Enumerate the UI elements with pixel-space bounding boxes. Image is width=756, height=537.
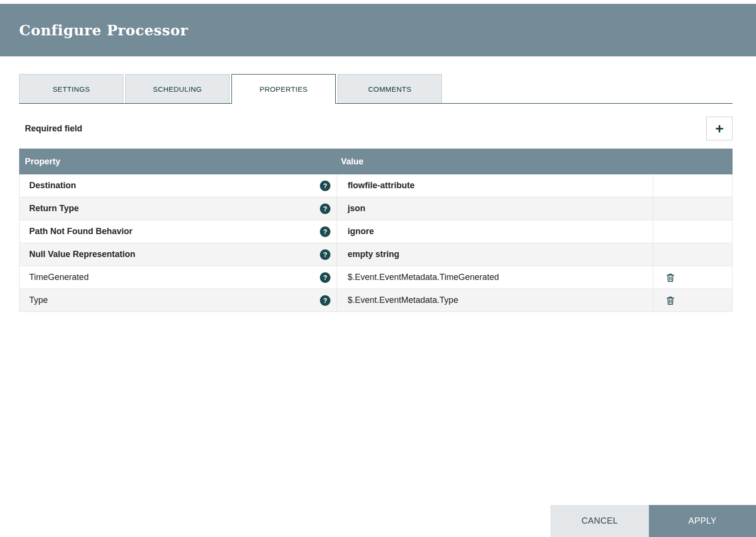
table-row: Path Not Found Behavior ? ignore [20,220,732,243]
properties-table: Property Value Destination ? flowfile-at… [19,149,733,312]
plus-icon: + [715,121,724,136]
add-property-button[interactable]: + [706,117,733,140]
property-name: Type [29,295,48,305]
help-icon[interactable]: ? [320,272,330,283]
tab-properties-label: PROPERTIES [260,85,307,93]
properties-table-body: Destination ? flowfile-attribute Return … [19,174,733,312]
property-value: flowfile-attribute [348,181,415,191]
column-header-property: Property [19,157,337,167]
property-value-cell[interactable]: ignore [337,220,653,243]
property-name-cell: Path Not Found Behavior ? [20,220,337,243]
row-actions-cell [653,289,732,311]
help-icon[interactable]: ? [320,204,330,214]
property-name: TimeGenerated [29,272,88,282]
table-row: TimeGenerated ? $.Event.EventMetadata.Ti… [20,266,732,289]
apply-button[interactable]: APPLY [649,505,756,537]
tab-scheduling[interactable]: SCHEDULING [125,74,230,103]
tab-comments-label: COMMENTS [368,85,412,93]
property-value-cell[interactable]: $.Event.EventMetadata.Type [337,289,653,311]
property-value-cell[interactable]: json [337,197,653,220]
help-icon[interactable]: ? [320,226,330,237]
tab-comments[interactable]: COMMENTS [338,74,442,103]
properties-panel: Required field + Property Value Destinat… [0,117,756,312]
tab-scheduling-label: SCHEDULING [153,85,202,93]
property-value-cell[interactable]: $.Event.EventMetadata.TimeGenerated [337,266,653,289]
dialog-title: Configure Processor [19,22,188,39]
table-row: Type ? $.Event.EventMetadata.Type [20,289,732,312]
property-name: Path Not Found Behavior [29,226,132,236]
row-actions-cell [653,243,732,266]
column-header-value: Value [337,157,653,167]
property-name-cell: Null Value Representation ? [20,243,337,266]
cancel-button[interactable]: CANCEL [550,505,649,537]
property-value-cell[interactable]: empty string [337,243,653,266]
help-icon[interactable]: ? [320,295,330,306]
row-actions-cell [653,220,732,243]
property-value: $.Event.EventMetadata.Type [348,295,458,305]
help-icon[interactable]: ? [320,249,330,260]
property-name: Destination [29,181,76,191]
property-name-cell: TimeGenerated ? [20,266,337,289]
property-name-cell: Type ? [20,289,337,311]
property-value: empty string [348,249,399,259]
row-actions-cell [653,174,732,197]
property-value: $.Event.EventMetadata.TimeGenerated [348,272,499,282]
property-value: json [348,204,365,214]
configure-processor-dialog: Configure Processor SETTINGS SCHEDULING … [0,0,756,537]
property-name: Null Value Representation [29,249,135,259]
property-name-cell: Return Type ? [20,197,337,220]
property-name: Return Type [29,204,79,214]
trash-icon [666,296,675,305]
delete-property-button[interactable] [666,296,675,305]
help-icon[interactable]: ? [320,181,330,191]
table-row: Return Type ? json [20,197,732,220]
table-row: Null Value Representation ? empty string [20,243,732,266]
row-actions-cell [653,266,732,289]
tab-settings[interactable]: SETTINGS [19,74,123,103]
trash-icon [666,273,675,282]
tab-settings-label: SETTINGS [53,85,90,93]
tab-bar: SETTINGS SCHEDULING PROPERTIES COMMENTS [19,74,733,104]
table-toolbar: Required field + [19,117,733,140]
table-row: Destination ? flowfile-attribute [20,174,732,197]
property-value-cell[interactable]: flowfile-attribute [337,174,653,197]
tab-properties[interactable]: PROPERTIES [231,74,336,103]
required-field-label: Required field [19,124,82,134]
dialog-footer: CANCEL APPLY [550,505,756,537]
delete-property-button[interactable] [666,273,675,282]
dialog-header: Configure Processor [0,4,756,56]
property-name-cell: Destination ? [20,174,337,197]
table-header-row: Property Value [19,149,733,174]
row-actions-cell [653,197,732,220]
property-value: ignore [348,226,374,236]
